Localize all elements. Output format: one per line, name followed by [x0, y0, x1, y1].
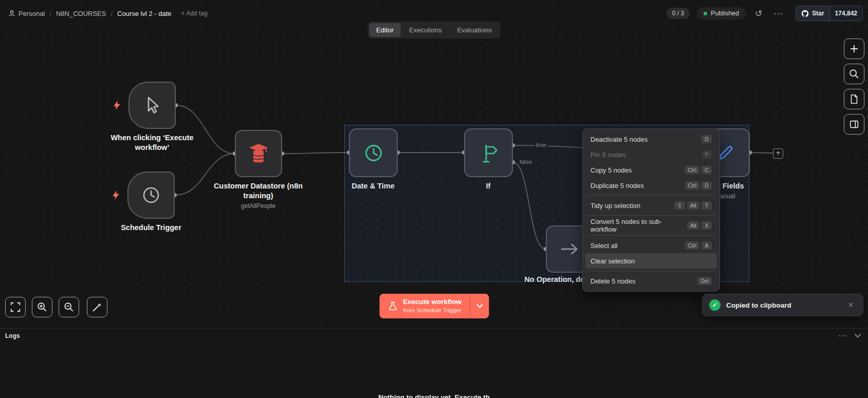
zoom-out-button[interactable] [59, 297, 79, 317]
node-subtitle-operation: getAllPeople [211, 202, 306, 211]
canvas-search-button[interactable] [844, 64, 864, 84]
shortcut-key: D [701, 181, 712, 189]
menu-separator [586, 195, 716, 196]
published-toggle[interactable]: Published [697, 7, 746, 20]
zoom-in-icon [36, 301, 48, 313]
toast-copied-to-clipboard: ✓ Copied to clipboard × [702, 294, 863, 316]
magic-wand-icon [91, 301, 103, 313]
shortcut-key: T [701, 201, 712, 210]
node-when-clicking[interactable] [128, 82, 176, 129]
logs-panel-header[interactable]: Logs ⋯ [0, 328, 868, 343]
person-icon [8, 10, 15, 17]
shortcut-key: X [701, 221, 712, 230]
github-star-count[interactable]: 174,842 [829, 6, 862, 21]
menu-item-pin-nodes[interactable]: Pin 5 nodes P [585, 147, 717, 162]
datastore-training-icon [247, 143, 270, 164]
logs-more-icon[interactable]: ⋯ [838, 331, 846, 340]
tab-executions[interactable]: Executions [402, 23, 449, 37]
menu-separator [586, 271, 716, 271]
add-tag-button[interactable]: + Add tag [181, 10, 208, 17]
execute-workflow-button[interactable]: Execute workflow from Schedule Trigger [379, 294, 489, 318]
success-check-icon: ✓ [709, 299, 721, 311]
shortcut-key: Alt [687, 221, 699, 230]
published-dot-icon [704, 12, 707, 15]
tab-editor[interactable]: Editor [369, 23, 401, 37]
fit-view-icon [10, 301, 21, 313]
progress-badge: 0 / 3 [667, 8, 690, 19]
breadcrumb: Personal / N8N_COURSES / Course lvl 2 - … [8, 10, 208, 17]
node-label-customer-datastore: Customer Datastore (n8n training) getAll… [211, 181, 306, 211]
history-icon[interactable]: ↺ [753, 8, 764, 19]
tidy-up-button[interactable] [87, 297, 107, 317]
node-label-when-clicking: When clicking ‘Execute workflow’ [107, 133, 197, 153]
shortcut-key: Ctrl [685, 166, 699, 174]
execute-workflow-label: Execute workflow [403, 298, 461, 307]
topbar-right-cluster: 0 / 3 Published ↺ ⋯ Star 174,842 [667, 6, 863, 21]
tab-evaluations[interactable]: Evaluations [450, 23, 499, 37]
menu-item-tidy-up-selection[interactable]: Tidy up selection ⇧AltT [585, 198, 717, 213]
logs-panel-body: Nothing to display yet. Execute th [0, 343, 868, 398]
toast-close-icon[interactable]: × [845, 300, 856, 310]
menu-separator [586, 235, 716, 236]
node-schedule-trigger[interactable] [127, 172, 175, 219]
execute-workflow-main[interactable]: Execute workflow from Schedule Trigger [379, 294, 470, 318]
flask-icon [387, 300, 398, 312]
shortcut-key: Ctrl [685, 241, 699, 250]
github-star-widget[interactable]: Star 174,842 [796, 6, 863, 21]
menu-item-duplicate-nodes[interactable]: Duplicate 5 nodes CtrlD [585, 178, 717, 193]
shortcut-key: C [701, 166, 712, 174]
search-icon [848, 68, 860, 80]
execute-workflow-sublabel: from Schedule Trigger [403, 307, 461, 314]
node-customer-datastore[interactable] [235, 130, 282, 177]
execute-options-dropdown[interactable] [470, 294, 489, 318]
cursor-icon [141, 94, 163, 117]
github-icon [801, 10, 809, 17]
zoom-out-icon [63, 301, 75, 313]
menu-item-clear-selection[interactable]: Clear selection [585, 253, 717, 269]
logs-empty-hint: Nothing to display yet. Execute th [378, 393, 490, 398]
panel-icon [848, 119, 860, 130]
shortcut-key: Ctrl [685, 181, 699, 189]
chevron-down-icon [476, 304, 483, 308]
menu-separator [586, 215, 716, 216]
zoom-in-button[interactable] [32, 297, 52, 317]
document-icon [848, 93, 860, 105]
github-star-button[interactable]: Star [796, 6, 829, 21]
trigger-bolt-icon [112, 100, 121, 110]
breadcrumb-separator: / [49, 10, 51, 17]
toggle-panel-button[interactable] [844, 114, 864, 135]
shortcut-key: D [701, 135, 712, 143]
shortcut-key: ⇧ [674, 201, 685, 210]
shortcut-key: Del [697, 277, 712, 285]
breadcrumb-project[interactable]: Personal [8, 10, 45, 17]
menu-item-deactivate-nodes[interactable]: Deactivate 5 nodes D [585, 131, 717, 147]
logs-collapse-chevron-icon[interactable] [855, 334, 861, 338]
canvas-add-button[interactable] [844, 39, 864, 59]
context-menu: Deactivate 5 nodes D Pin 5 nodes P Copy … [582, 128, 720, 292]
fit-view-button[interactable] [5, 297, 26, 317]
shortcut-key: A [701, 241, 712, 250]
clock-icon [140, 184, 162, 206]
breadcrumb-folder[interactable]: N8N_COURSES [56, 10, 106, 17]
logs-title: Logs [5, 332, 20, 339]
menu-item-select-all[interactable]: Select all CtrlA [585, 238, 717, 253]
menu-item-copy-nodes[interactable]: Copy 5 nodes CtrlC [585, 162, 717, 178]
workflow-name[interactable]: Course lvl 2 - date [117, 10, 172, 17]
shortcut-key: P [701, 150, 712, 159]
breadcrumb-separator: / [110, 10, 113, 17]
view-tabs: Editor Executions Evaluations [367, 22, 501, 39]
node-label-schedule-trigger: Schedule Trigger [110, 223, 192, 233]
toast-message: Copied to clipboard [726, 301, 840, 309]
plus-icon [848, 43, 860, 54]
menu-item-delete-nodes[interactable]: Delete 5 nodes Del [585, 273, 717, 289]
add-node-button[interactable]: + [773, 148, 783, 159]
more-options-icon[interactable]: ⋯ [771, 8, 784, 19]
sticky-note-button[interactable] [844, 89, 864, 109]
trigger-bolt-icon [111, 190, 120, 200]
shortcut-key: Alt [687, 201, 699, 210]
menu-item-convert-to-subworkflow[interactable]: Convert 5 nodes to sub-workflow AltX [585, 218, 717, 233]
